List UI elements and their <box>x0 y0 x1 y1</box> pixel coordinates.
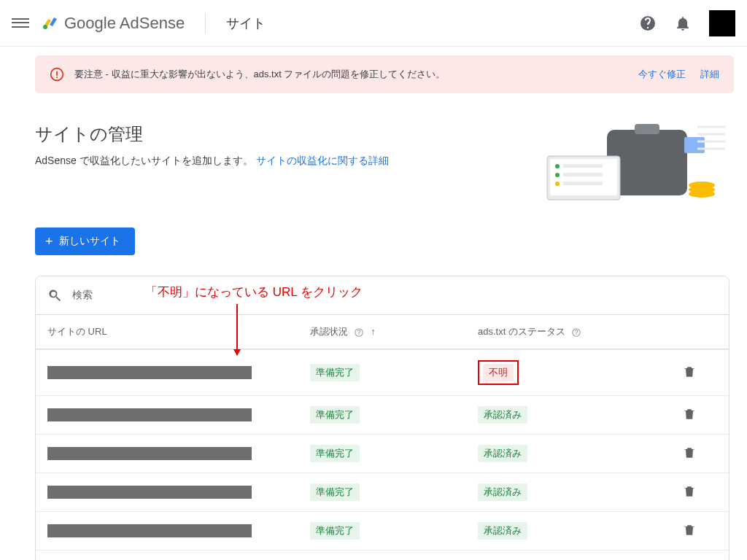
help-icon[interactable] <box>639 15 657 32</box>
sites-illustration <box>540 122 729 203</box>
alert-icon <box>50 67 64 82</box>
menu-icon[interactable] <box>12 15 29 32</box>
help-icon[interactable] <box>571 327 581 338</box>
app-topbar: Google AdSense サイト <box>0 0 747 47</box>
ads-status-badge: 承認済み <box>478 406 527 424</box>
ads-status-badge: 承認済み <box>478 483 527 501</box>
site-url-redacted <box>47 486 252 499</box>
search-icon <box>47 288 62 303</box>
trash-icon[interactable] <box>682 484 697 499</box>
trash-icon[interactable] <box>682 446 697 460</box>
trash-icon[interactable] <box>682 365 697 379</box>
site-url-redacted <box>47 524 252 537</box>
site-url-redacted <box>47 447 252 460</box>
svg-rect-8 <box>563 173 603 176</box>
trash-icon[interactable] <box>682 523 697 537</box>
help-icon[interactable] <box>354 327 364 338</box>
col-header-ads[interactable]: ads.txt のステータス <box>478 325 653 338</box>
page-subtitle: AdSense で収益化したいサイトを追加します。 サイトの収益化に関する詳細 <box>35 155 540 168</box>
alert-text: 要注意 - 収益に重大な影響が出ないよう、ads.txt ファイルの問題を修正し… <box>74 68 624 81</box>
page-title: サイトの管理 <box>35 122 540 146</box>
divider <box>205 13 206 34</box>
table-row[interactable]: 準備完了不明 <box>36 349 729 395</box>
table-row[interactable]: 準備完了承認済み <box>36 472 729 511</box>
avatar[interactable] <box>709 10 735 36</box>
table-header: サイトの URL 承認状況 ↑ ads.txt のステータス <box>36 315 729 349</box>
svg-point-9 <box>555 182 560 186</box>
svg-rect-6 <box>563 164 603 168</box>
highlight-box: 不明 <box>478 360 519 385</box>
ads-status-badge: 承認済み <box>478 522 527 540</box>
search-placeholder: 検索 <box>72 289 93 302</box>
pager: 次のページに移動: 最大 1 表示行数: 50 5 件中 1～5 件を表示 <box>36 550 729 560</box>
svg-point-15 <box>689 182 715 189</box>
svg-point-0 <box>43 25 47 29</box>
svg-point-7 <box>555 173 560 177</box>
table-row[interactable]: 準備完了承認済み <box>36 434 729 472</box>
site-url-redacted <box>47 408 252 421</box>
brand-text: Google AdSense <box>64 14 185 33</box>
status-badge: 準備完了 <box>310 522 360 540</box>
adsense-logo-icon <box>41 15 58 32</box>
status-badge: 準備完了 <box>310 406 360 424</box>
status-badge: 準備完了 <box>310 445 360 462</box>
col-header-status[interactable]: 承認状況 ↑ <box>310 325 478 338</box>
alert-details-link[interactable]: 詳細 <box>700 68 719 81</box>
svg-point-5 <box>555 164 560 168</box>
svg-rect-10 <box>563 182 603 185</box>
ads-status-badge: 承認済み <box>478 445 527 462</box>
plus-icon: + <box>45 235 53 248</box>
monetization-help-link[interactable]: サイトの収益化に関する詳細 <box>256 155 389 166</box>
search-row[interactable]: 検索 <box>36 276 729 315</box>
svg-rect-11 <box>684 137 705 153</box>
col-header-url[interactable]: サイトの URL <box>47 325 310 338</box>
fix-now-link[interactable]: 今すぐ修正 <box>638 68 686 81</box>
sites-card: 「不明」になっている URL をクリック 検索 サイトの URL 承認状況 ↑ … <box>35 276 729 560</box>
ads-status-badge: 不明 <box>483 364 514 381</box>
trash-icon[interactable] <box>682 407 697 421</box>
add-site-button[interactable]: + 新しいサイト <box>35 228 135 255</box>
ads-txt-alert: 要注意 - 収益に重大な影響が出ないよう、ads.txt ファイルの問題を修正し… <box>35 55 734 93</box>
sort-asc-icon: ↑ <box>371 326 376 337</box>
svg-rect-2 <box>635 124 659 134</box>
site-url-redacted <box>47 366 252 379</box>
status-badge: 準備完了 <box>310 483 360 501</box>
table-row[interactable]: 準備完了承認済み <box>36 511 729 550</box>
bell-icon[interactable] <box>674 15 692 32</box>
page-breadcrumb: サイト <box>226 15 266 32</box>
status-badge: 準備完了 <box>310 364 360 381</box>
table-row[interactable]: 準備完了承認済み <box>36 395 729 434</box>
